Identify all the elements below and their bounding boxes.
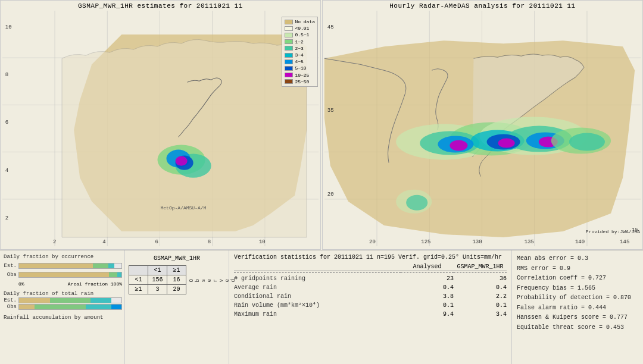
stats-row-4: Rain volume (mm*km²×10⁴) (234, 301, 401, 310)
stats-v1-4: 0.1 (443, 301, 454, 310)
est-rain-bar (18, 297, 122, 303)
est-rain-row: Est. (4, 297, 122, 303)
metric-5: False alarm ratio = 0.444 (517, 303, 638, 313)
stats-val1-row5: 9.4 (401, 310, 454, 319)
left-map-title: GSMAP_MWR_1HR estimates for 20111021 11 (1, 1, 320, 11)
right-map-panel: Hourly Radar-AMeDAS analysis for 2011102… (322, 0, 643, 250)
stats-label-avg: Average rain (234, 283, 401, 292)
stats-v2-5: 3.4 (496, 310, 507, 319)
matrix-cell-c: 3 (148, 285, 167, 294)
stats-label-cond: Conditional rain (234, 292, 401, 301)
legend-label-10-25: 10~25 (295, 72, 309, 79)
svg-text:4: 4 (102, 239, 105, 245)
svg-text:10: 10 (5, 24, 12, 30)
obs-rain-green (35, 305, 86, 309)
metric-2: Correlation coeff = 0.727 (517, 274, 638, 284)
matrix-row-lt1: <1 156 16 (129, 275, 186, 285)
svg-point-85 (569, 133, 605, 151)
stats-label-max: Maximum rain (234, 310, 401, 319)
matrix-row-ge1: ≥1 3 20 (129, 285, 186, 294)
svg-text:4: 4 (5, 167, 8, 174)
legend-label-05-1: 0.5~1 (295, 32, 309, 38)
obs-rain-bar (18, 304, 122, 310)
metric-7: Equitable threat score = 0.453 (517, 323, 638, 333)
svg-text:130: 130 (472, 239, 482, 245)
svg-text:140: 140 (575, 239, 585, 245)
legend-color-4-5 (285, 59, 293, 64)
legend-label-1-2: 1~2 (295, 39, 303, 45)
legend-label-25-50: 25~50 (295, 79, 309, 85)
svg-point-50 (176, 156, 188, 166)
obs-rain-tan (19, 305, 35, 309)
right-map-svg: 45 35 20 20 125 130 135 140 145 15 (323, 11, 642, 246)
legend-color-lt001 (285, 26, 293, 31)
legend-color-05-1 (285, 33, 293, 37)
legend-color-3-4 (285, 53, 293, 58)
stats-label-gridpoints: # gridpoints raining (234, 274, 401, 283)
map-credit: Provided by:JWA/JMA (586, 229, 640, 234)
metrics-area: Mean abs error = 0.3 RMS error = 0.9 Cor… (512, 250, 643, 364)
matrix-row-label-lt1: <1 (129, 275, 148, 285)
stats-val2-row5: 3.4 (454, 310, 507, 319)
matrix-cell-b: 16 (167, 275, 186, 285)
legend-label-3-4: 3~4 (295, 52, 303, 58)
obs-label-2: Obs (4, 304, 17, 310)
legend-10-25: 10~25 (285, 72, 315, 79)
legend-color-25-50 (285, 79, 293, 84)
stats-divider-3 (454, 272, 507, 273)
stats-v2-3: 2.2 (496, 292, 507, 301)
svg-point-82 (498, 139, 515, 148)
stats-v1-1: 23 (447, 274, 454, 283)
est-rain-green (50, 298, 91, 303)
left-map-panel: GSMAP_MWR_1HR estimates for 20111021 11 (0, 0, 321, 250)
legend-label-5-10: 5~10 (295, 65, 306, 71)
stats-v1-3: 3.8 (443, 292, 454, 301)
obs-tan-fill (19, 272, 109, 277)
obs-occurrence-row: Obs (4, 272, 122, 278)
observed-label: O b s e r v e d (189, 278, 236, 282)
obs-rain-row: Obs (4, 304, 122, 310)
stats-blank-header (234, 263, 401, 271)
legend-label-lt001: <0.01 (295, 25, 309, 32)
bottom-section: Daily fraction by occurrence Est. Obs (0, 250, 643, 364)
legend-label-4-5: 4~5 (295, 58, 303, 65)
legend-5-10: 5~10 (285, 65, 315, 71)
est-rain-cyan (90, 298, 111, 303)
legend-color-2-3 (285, 46, 293, 51)
svg-point-87 (406, 195, 427, 211)
left-map-svg: 10 8 6 4 2 2 4 6 8 10 (1, 11, 320, 246)
svg-text:135: 135 (525, 239, 534, 245)
est-occurrence-row: Est. (4, 263, 122, 269)
svg-text:6: 6 (155, 239, 158, 245)
stats-name-col: # gridpoints raining Average rain Condit… (234, 263, 401, 319)
svg-text:145: 145 (620, 239, 629, 245)
stats-header-analysed: Analysed (401, 263, 454, 271)
svg-text:20: 20 (327, 191, 334, 197)
svg-text:10: 10 (259, 239, 266, 245)
matrix-area: GSMAP_MWR_1HR <1 ≥1 (125, 250, 229, 364)
metric-1: RMS error = 0.9 (517, 264, 638, 274)
stats-v2-4: 0.1 (496, 301, 507, 310)
legend-color-5-10 (285, 66, 293, 71)
stats-val2-row2: 0.4 (454, 283, 507, 292)
svg-text:45: 45 (327, 24, 334, 30)
legend-2-3: 2~3 (285, 45, 315, 52)
stats-row-1: # gridpoints raining (234, 274, 401, 283)
metric-4: Probability of detection = 0.870 (517, 293, 638, 303)
stats-v1-2: 0.4 (443, 283, 454, 292)
stats-divider-1 (234, 272, 401, 273)
stats-columns: # gridpoints raining Average rain Condit… (234, 263, 507, 319)
obs-rain-cyan-2 (86, 305, 111, 309)
axis-x-labels-1: 0% Areal fraction 100% (4, 281, 122, 287)
est-green-fill (93, 263, 108, 268)
est-cyan-fill (108, 263, 114, 268)
est-tan-fill (19, 263, 93, 268)
stats-v2-1: 36 (500, 274, 507, 283)
matrix-col-lt1: <1 (148, 266, 167, 275)
legend-color-10-25 (285, 73, 293, 77)
legend-color-nodata (285, 20, 293, 24)
matrix-corner-cell (129, 266, 148, 275)
stats-header-gsmap: GSMAP_MWR_1HR (454, 263, 507, 271)
stats-val1-row2: 0.4 (401, 283, 454, 292)
stats-v1-5: 9.4 (443, 310, 454, 319)
